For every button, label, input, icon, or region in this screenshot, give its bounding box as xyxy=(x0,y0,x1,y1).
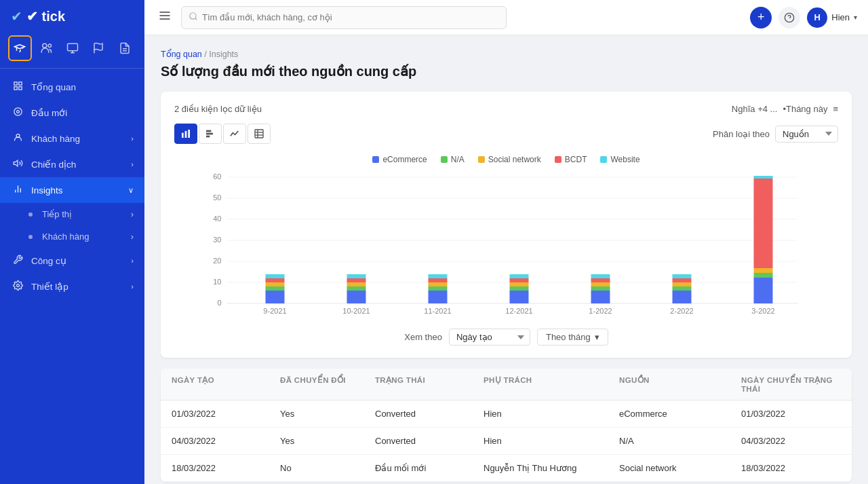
legend-label-social: Social network xyxy=(488,155,541,164)
tool-icon xyxy=(11,255,24,267)
topbar-right: + H Hien ▾ xyxy=(750,7,857,29)
cell-phu-trach-3: Nguyễn Thị Thu Hương xyxy=(484,463,619,473)
legend-dot-na xyxy=(441,156,448,163)
menu-icon[interactable] xyxy=(155,6,174,29)
sidebar-label-dau-moi: Đầu mới xyxy=(31,107,67,118)
breadcrumb-root[interactable]: Tổng quan xyxy=(161,50,202,59)
sidebar-item-cong-cu[interactable]: Công cụ › xyxy=(0,248,144,274)
legend-dot-website xyxy=(600,156,607,163)
svg-rect-82 xyxy=(673,286,692,291)
view-select[interactable]: Ngày tạo Ngày cập nhật xyxy=(449,329,530,346)
chart-type-line[interactable] xyxy=(223,124,246,144)
bar-12-2021: 12-2021 xyxy=(505,274,532,315)
help-button[interactable] xyxy=(778,7,800,29)
svg-rect-27 xyxy=(182,133,184,138)
svg-rect-51 xyxy=(266,291,285,303)
chart-svg: 0 10 20 30 40 50 60 xyxy=(174,171,838,320)
bar-3-2022: 3-2022 xyxy=(751,176,774,315)
svg-rect-32 xyxy=(206,136,210,138)
classify-label: Phân loại theo xyxy=(713,129,770,139)
page-title: Số lượng đầu mới theo nguồn cung cấp xyxy=(161,63,852,79)
svg-rect-63 xyxy=(429,291,448,303)
table-row[interactable]: 01/03/2022 Yes Converted Hien eCommerce … xyxy=(161,401,852,428)
sidebar-item-thiet-lap[interactable]: Thiết lập › xyxy=(0,274,144,299)
page-content: Tổng quan / Insights Số lượng đầu mới th… xyxy=(144,35,868,484)
sidebar-subitem-tiep-thi[interactable]: Tiếp thị › xyxy=(0,203,144,225)
sidebar-icon-doc[interactable] xyxy=(113,35,136,61)
sidebar-icon-people[interactable] xyxy=(35,35,58,61)
sidebar-item-khach-hang[interactable]: Khách hàng › xyxy=(0,126,144,151)
chart-type-bar[interactable] xyxy=(174,124,197,144)
legend-dot-ecommerce xyxy=(372,156,379,163)
svg-rect-52 xyxy=(266,286,285,291)
dot-icon xyxy=(28,235,33,239)
legend-dot-social xyxy=(478,156,485,163)
filter-sort-icon[interactable]: ≡ xyxy=(833,104,838,114)
svg-rect-88 xyxy=(754,273,773,278)
classify-select[interactable]: Nguồn Trạng thái Phụ trách xyxy=(775,126,838,143)
circle-icon xyxy=(11,107,24,119)
cell-trang-thai-2: Converted xyxy=(375,436,484,446)
svg-point-0 xyxy=(43,43,47,48)
svg-rect-87 xyxy=(754,278,773,303)
user-badge[interactable]: H Hien ▾ xyxy=(807,7,857,28)
svg-marker-15 xyxy=(14,160,18,166)
svg-rect-61 xyxy=(347,274,366,278)
svg-rect-55 xyxy=(266,274,285,278)
sidebar-subitem-khach-hang[interactable]: Khách hàng › xyxy=(0,225,144,248)
sidebar-item-dau-moi[interactable]: Đầu mới xyxy=(0,100,144,126)
svg-text:10: 10 xyxy=(213,278,221,286)
svg-rect-11 xyxy=(18,87,21,90)
breadcrumb: Tổng quan / Insights xyxy=(161,49,852,59)
chart-type-bar-h[interactable] xyxy=(199,124,222,144)
sidebar-label-cong-cu: Công cụ xyxy=(31,255,66,266)
chart-type-table[interactable] xyxy=(248,124,271,144)
sidebar-item-insights[interactable]: Insights ∨ xyxy=(0,177,144,203)
sidebar-nav: Tổng quan Đầu mới Khách hàng › Chiến dịc… xyxy=(0,69,144,484)
user-icon xyxy=(11,132,24,145)
legend-bcdt: BCDT xyxy=(555,155,587,164)
svg-rect-54 xyxy=(266,278,285,282)
view-period-button[interactable]: Theo tháng ▾ xyxy=(537,329,608,346)
sidebar-label-thiet-lap: Thiết lập xyxy=(31,281,68,292)
arrow-icon: › xyxy=(131,160,134,168)
svg-rect-59 xyxy=(347,282,366,286)
svg-rect-73 xyxy=(510,274,529,278)
col-chuyen-doi: ĐÃ CHUYỂN ĐỔI xyxy=(280,375,375,393)
svg-rect-10 xyxy=(14,87,16,90)
legend-na: N/A xyxy=(441,155,465,164)
cell-ngay-chuyen-1: 01/03/2022 xyxy=(741,409,841,419)
svg-rect-83 xyxy=(673,282,692,286)
table-row[interactable]: 04/03/2022 Yes Converted Hien N/A 04/03/… xyxy=(161,428,852,455)
search-box[interactable] xyxy=(181,6,507,29)
sidebar-icon-monitor[interactable] xyxy=(60,35,84,61)
sidebar-icon-flag[interactable] xyxy=(87,35,111,61)
svg-text:1-2022: 1-2022 xyxy=(589,307,612,315)
svg-rect-64 xyxy=(429,286,448,291)
legend-ecommerce: eCommerce xyxy=(372,155,427,164)
sidebar-label-khach-hang-sub: Khách hàng xyxy=(42,231,89,242)
data-table: NGÀY TẠO ĐÃ CHUYỂN ĐỔI TRẠNG THÁI PHỤ TR… xyxy=(161,369,852,482)
arrow-icon: › xyxy=(131,282,134,291)
svg-text:0: 0 xyxy=(217,299,221,307)
table-row[interactable]: 18/03/2022 No Đầu mối mới Nguyễn Thị Thu… xyxy=(161,455,852,482)
arrow-down-icon: ∨ xyxy=(128,186,134,195)
sidebar-label-tong-quan: Tổng quan xyxy=(31,81,76,92)
bar-11-2021: 11-2021 xyxy=(424,274,451,315)
sidebar-icon-megaphone[interactable] xyxy=(8,35,32,61)
bar-2-2022: 2-2022 xyxy=(670,274,693,315)
svg-rect-66 xyxy=(429,278,448,282)
search-input[interactable] xyxy=(202,12,499,22)
col-trang-thai: TRẠNG THÁI xyxy=(375,375,484,393)
sidebar-item-chien-dich[interactable]: Chiến dịch › xyxy=(0,151,144,177)
svg-rect-77 xyxy=(591,282,610,286)
svg-point-23 xyxy=(190,13,196,19)
bar-1-2022: 1-2022 xyxy=(589,274,612,315)
add-button[interactable]: + xyxy=(750,7,772,29)
cell-nguon-1: eCommerce xyxy=(619,409,741,419)
sidebar-item-tong-quan[interactable]: Tổng quan xyxy=(0,74,144,100)
svg-rect-2 xyxy=(67,43,77,51)
legend-dot-bcdt xyxy=(555,156,561,163)
svg-rect-71 xyxy=(510,282,529,286)
search-icon xyxy=(189,12,198,23)
